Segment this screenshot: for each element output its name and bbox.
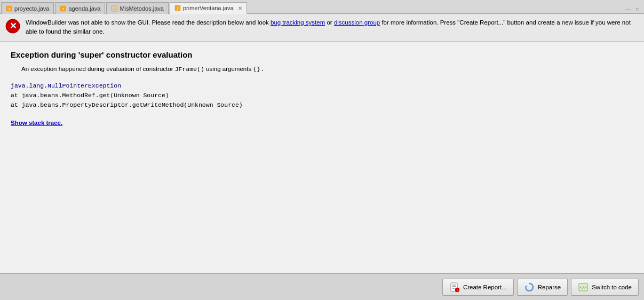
show-stack-trace-link[interactable]: Show stack trace.: [11, 120, 62, 126]
switch-to-code-label: Switch to code: [592, 284, 632, 290]
window-controls: — □: [624, 5, 644, 13]
error-text-between-links: or: [325, 19, 334, 26]
switch-to-code-button[interactable]: </> Switch to code: [571, 279, 639, 296]
svg-text:J: J: [177, 7, 178, 10]
main-content: Exception during 'super' constructor eva…: [0, 42, 644, 274]
tab-close-button[interactable]: ✕: [238, 5, 242, 11]
switch-to-code-icon: </>: [578, 282, 589, 293]
discussion-group-link[interactable]: discussion group: [334, 19, 380, 26]
error-icon: ✕: [5, 19, 20, 34]
tab-bar: J proyecto.java J agenda.java J MisMetod…: [0, 0, 644, 14]
exception-class: java.lang.NullPointerException: [11, 82, 121, 89]
tab-primerventana[interactable]: J primerVentana.java ✕: [170, 2, 247, 14]
svg-marker-16: [526, 285, 528, 287]
desc-middle: using arguments: [204, 66, 253, 72]
stack-trace-preview: java.lang.NullPointerException at java.b…: [11, 81, 633, 110]
svg-text:J: J: [62, 7, 64, 11]
reparse-button[interactable]: Reparse: [517, 279, 568, 296]
reparse-label: Reparse: [538, 284, 561, 290]
constructor-name: JFrame(): [175, 66, 204, 73]
svg-text:</>: </>: [580, 286, 587, 290]
error-text-before-link1: WindowBuilder was not able to show the G…: [26, 19, 271, 26]
error-banner: ✕ WindowBuilder was not able to show the…: [0, 14, 644, 42]
java-file-icon: J: [174, 5, 181, 11]
tab-label: agenda.java: [68, 5, 100, 12]
error-message: WindowBuilder was not able to show the G…: [26, 18, 639, 37]
tab-proyecto[interactable]: J proyecto.java: [1, 2, 54, 14]
tab-label: MisMetodos.java: [120, 5, 164, 12]
exception-title: Exception during 'super' constructor eva…: [11, 50, 633, 59]
create-report-icon: !: [449, 282, 460, 293]
reparse-icon: [524, 282, 535, 293]
java-file-icon: J: [60, 5, 66, 12]
desc-prefix: An exception happened during evaluation …: [21, 66, 175, 72]
bottom-bar: ! Create Report... Reparse </> Switch to…: [0, 273, 644, 300]
svg-text:J: J: [8, 7, 10, 11]
tab-agenda[interactable]: J agenda.java: [55, 2, 105, 14]
bug-tracking-link[interactable]: bug tracking system: [271, 19, 325, 26]
stack-class-line: java.lang.NullPointerException: [11, 81, 633, 91]
java-file-outline-icon: J: [111, 5, 117, 12]
create-report-button[interactable]: ! Create Report...: [442, 279, 514, 296]
stack-line-2: at java.beans.PropertyDescriptor.getWrit…: [11, 100, 633, 110]
exception-description: An exception happened during evaluation …: [11, 66, 633, 73]
maximize-button[interactable]: □: [633, 5, 642, 13]
svg-text:!: !: [457, 289, 458, 292]
stack-line-1: at java.beans.MethodRef.get(Unknown Sour…: [11, 91, 633, 100]
create-report-label: Create Report...: [463, 284, 507, 290]
tab-label: proyecto.java: [14, 5, 49, 12]
java-file-icon: J: [6, 5, 12, 12]
constructor-args: {}.: [253, 66, 264, 73]
minimize-button[interactable]: —: [624, 5, 632, 13]
tab-label: primerVentana.java: [183, 5, 234, 11]
tab-mismetodos[interactable]: J MisMetodos.java: [106, 2, 169, 14]
svg-text:J: J: [114, 7, 115, 11]
svg-text:✕: ✕: [10, 21, 17, 30]
